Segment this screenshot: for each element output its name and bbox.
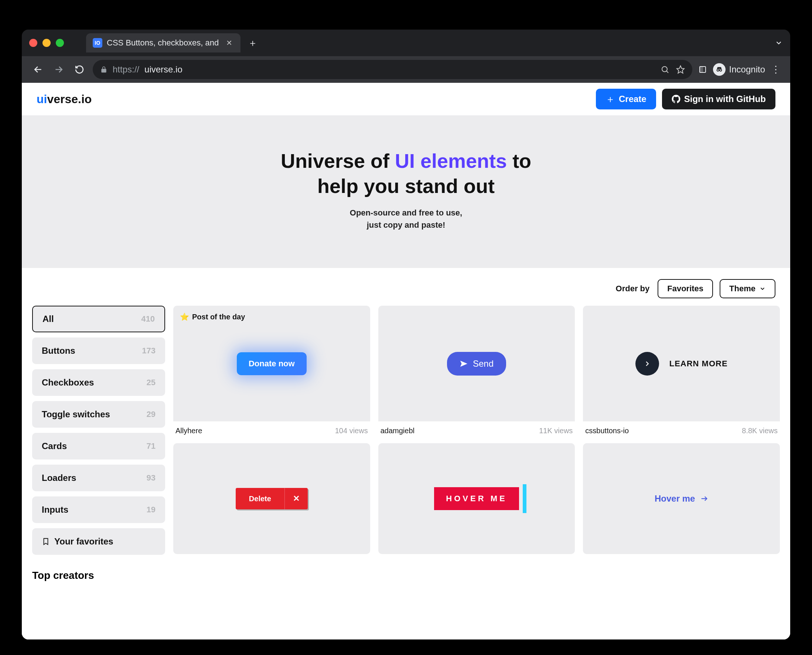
site-header: uiverse.io ＋ Create Sign in with GitHub [22, 83, 790, 115]
github-icon [672, 95, 680, 103]
sidebar-item-count: 93 [147, 473, 155, 483]
arrow-circle-icon [635, 352, 659, 375]
sidebar-item-favorites[interactable]: Your favorites [32, 528, 165, 555]
cards-grid: ⭐ Post of the day Donate now Allyhere 10… [173, 306, 780, 628]
sidebar-item-label: All [43, 314, 54, 324]
demo-donate-button: Donate now [237, 352, 307, 375]
sidebar-item-label: Cards [42, 441, 67, 451]
url-protocol: https:// [113, 64, 139, 75]
element-card[interactable]: HOVER ME [378, 443, 575, 554]
demo-learn-label: LEARN MORE [669, 359, 728, 369]
sidebar-item-all[interactable]: All 410 [32, 306, 165, 332]
demo-send-label: Send [473, 358, 494, 369]
sidebar-item-checkboxes[interactable]: Checkboxes 25 [32, 369, 165, 396]
signin-github-button[interactable]: Sign in with GitHub [662, 89, 775, 109]
sidebar-item-label: Buttons [42, 346, 75, 356]
hero-subtitle: Open-source and free to use, just copy a… [29, 207, 783, 231]
bookmark-icon [42, 537, 50, 546]
sidebar-item-count: 71 [147, 441, 155, 451]
card-author[interactable]: Allyhere [175, 427, 202, 435]
hero-accent: UI elements [395, 150, 507, 172]
hero-line2: help you stand out [317, 175, 495, 197]
window-maximize-button[interactable] [56, 39, 64, 47]
create-button[interactable]: ＋ Create [596, 89, 656, 109]
sidebar-item-inputs[interactable]: Inputs 19 [32, 497, 165, 523]
site-logo[interactable]: uiverse.io [37, 92, 92, 106]
card-author[interactable]: adamgiebl [381, 427, 414, 435]
element-card[interactable]: LEARN MORE cssbuttons-io 8.8K views [583, 306, 780, 435]
svg-point-7 [717, 69, 719, 71]
sidebar-item-count: 25 [147, 378, 155, 387]
search-icon[interactable] [660, 65, 669, 74]
sidebar-item-buttons[interactable]: Buttons 173 [32, 337, 165, 364]
svg-point-2 [662, 66, 667, 72]
sidebar: All 410 Buttons 173 Checkboxes 25 Toggle… [32, 306, 165, 628]
tab-favicon: IO [93, 38, 102, 48]
demo-hoverme-button: Hover me [655, 494, 708, 504]
sidebar-item-loaders[interactable]: Loaders 93 [32, 464, 165, 491]
new-tab-button[interactable]: ＋ [248, 37, 258, 49]
sidebar-item-label: Inputs [42, 504, 68, 515]
hero-sub2: just copy and paste! [29, 219, 783, 231]
element-card[interactable]: Send adamgiebl 11K views [378, 306, 575, 435]
star-icon[interactable] [676, 65, 685, 74]
hero-post: to [507, 150, 531, 172]
svg-rect-6 [700, 66, 703, 72]
url-host: uiverse.io [144, 64, 183, 75]
toolbar-right: Incognito ⋮ [698, 63, 781, 76]
sidebar-item-cards[interactable]: Cards 71 [32, 433, 165, 460]
forward-button[interactable] [51, 62, 66, 77]
element-card[interactable]: Hover me [583, 443, 780, 554]
back-button[interactable] [31, 62, 45, 77]
sort-dropdown[interactable]: Favorites [658, 279, 713, 298]
window-minimize-button[interactable] [43, 39, 51, 47]
demo-learn-more-button: LEARN MORE [635, 352, 728, 375]
hero: Universe of UI elements to help you stan… [22, 115, 790, 268]
address-bar-actions [660, 65, 685, 74]
send-icon [460, 360, 468, 368]
lock-icon [100, 66, 107, 73]
hero-heading: Universe of UI elements to help you stan… [29, 149, 783, 198]
extensions-icon[interactable] [698, 65, 707, 74]
plus-icon: ＋ [605, 93, 615, 106]
svg-marker-4 [677, 66, 684, 73]
sidebar-item-label: Toggle switches [42, 409, 110, 420]
card-author[interactable]: cssbuttons-io [585, 427, 629, 435]
reload-button[interactable] [72, 62, 87, 77]
sidebar-item-count: 29 [147, 409, 155, 419]
sidebar-item-label: Checkboxes [42, 377, 94, 388]
main-layout: All 410 Buttons 173 Checkboxes 25 Toggle… [22, 306, 790, 640]
tab-title: CSS Buttons, checkboxes, and [107, 38, 219, 48]
close-icon: ✕ [284, 488, 308, 509]
window-close-button[interactable] [29, 39, 37, 47]
element-card[interactable]: Delete ✕ [173, 443, 370, 554]
browser-tab[interactable]: IO CSS Buttons, checkboxes, and ✕ [86, 33, 241, 52]
sort-value: Favorites [667, 284, 703, 294]
element-card[interactable]: ⭐ Post of the day Donate now Allyhere 10… [173, 306, 370, 435]
sidebar-item-toggle-switches[interactable]: Toggle switches 29 [32, 401, 165, 427]
demo-delete-label: Delete [236, 489, 284, 509]
card-views: 8.8K views [742, 427, 778, 435]
demo-hoverme-label: Hover me [655, 494, 695, 504]
incognito-indicator[interactable]: Incognito [713, 63, 765, 76]
card-views: 11K views [539, 427, 573, 435]
card-views: 104 views [335, 427, 368, 435]
sidebar-item-count: 410 [141, 314, 155, 324]
browser-toolbar: https://uiverse.io Incognito ⋮ [22, 56, 790, 83]
theme-dropdown[interactable]: Theme [720, 279, 775, 298]
hero-pre: Universe of [281, 150, 395, 172]
page: uiverse.io ＋ Create Sign in with GitHub … [22, 83, 790, 640]
demo-send-button: Send [447, 352, 506, 375]
browser-menu-icon[interactable]: ⋮ [771, 64, 781, 75]
tab-close-icon[interactable]: ✕ [226, 38, 232, 47]
incognito-label: Incognito [729, 64, 765, 75]
arrow-right-icon [700, 495, 708, 503]
hero-sub1: Open-source and free to use, [29, 207, 783, 219]
list-controls: Order by Favorites Theme [22, 268, 790, 306]
signin-label: Sign in with GitHub [684, 94, 766, 104]
tabs-overflow-icon[interactable] [775, 39, 783, 47]
svg-line-3 [666, 71, 668, 73]
sidebar-item-count: 19 [147, 505, 155, 515]
address-bar[interactable]: https://uiverse.io [93, 60, 692, 79]
browser-window: IO CSS Buttons, checkboxes, and ✕ ＋ http… [22, 29, 790, 640]
